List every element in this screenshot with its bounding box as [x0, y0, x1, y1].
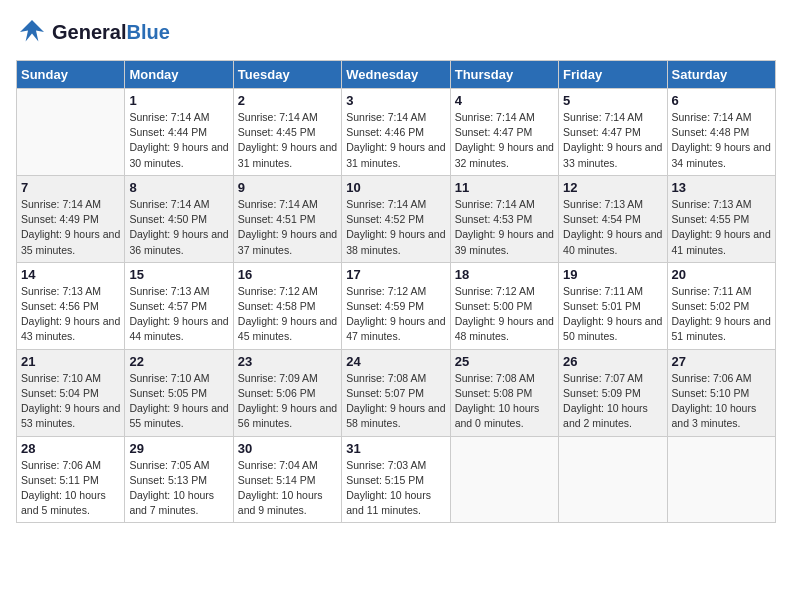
calendar-cell [559, 436, 667, 523]
day-number: 12 [563, 180, 662, 195]
calendar-table: SundayMondayTuesdayWednesdayThursdayFrid… [16, 60, 776, 523]
calendar-cell: 30Sunrise: 7:04 AMSunset: 5:14 PMDayligh… [233, 436, 341, 523]
day-info: Sunrise: 7:13 AMSunset: 4:54 PMDaylight:… [563, 197, 662, 258]
day-number: 5 [563, 93, 662, 108]
day-info: Sunrise: 7:14 AMSunset: 4:47 PMDaylight:… [563, 110, 662, 171]
day-info: Sunrise: 7:08 AMSunset: 5:08 PMDaylight:… [455, 371, 554, 432]
day-info: Sunrise: 7:10 AMSunset: 5:04 PMDaylight:… [21, 371, 120, 432]
day-number: 15 [129, 267, 228, 282]
weekday-header: Wednesday [342, 61, 450, 89]
day-info: Sunrise: 7:11 AMSunset: 5:01 PMDaylight:… [563, 284, 662, 345]
calendar-cell: 9Sunrise: 7:14 AMSunset: 4:51 PMDaylight… [233, 175, 341, 262]
calendar-cell: 2Sunrise: 7:14 AMSunset: 4:45 PMDaylight… [233, 89, 341, 176]
calendar-cell: 23Sunrise: 7:09 AMSunset: 5:06 PMDayligh… [233, 349, 341, 436]
day-info: Sunrise: 7:06 AMSunset: 5:10 PMDaylight:… [672, 371, 771, 432]
day-info: Sunrise: 7:14 AMSunset: 4:44 PMDaylight:… [129, 110, 228, 171]
day-number: 28 [21, 441, 120, 456]
calendar-cell: 29Sunrise: 7:05 AMSunset: 5:13 PMDayligh… [125, 436, 233, 523]
weekday-header: Tuesday [233, 61, 341, 89]
logo-bird-icon [16, 16, 48, 48]
calendar-cell: 11Sunrise: 7:14 AMSunset: 4:53 PMDayligh… [450, 175, 558, 262]
day-info: Sunrise: 7:14 AMSunset: 4:47 PMDaylight:… [455, 110, 554, 171]
day-info: Sunrise: 7:14 AMSunset: 4:50 PMDaylight:… [129, 197, 228, 258]
calendar-cell: 5Sunrise: 7:14 AMSunset: 4:47 PMDaylight… [559, 89, 667, 176]
day-number: 24 [346, 354, 445, 369]
calendar-cell: 4Sunrise: 7:14 AMSunset: 4:47 PMDaylight… [450, 89, 558, 176]
day-info: Sunrise: 7:03 AMSunset: 5:15 PMDaylight:… [346, 458, 445, 519]
calendar-week-row: 28Sunrise: 7:06 AMSunset: 5:11 PMDayligh… [17, 436, 776, 523]
weekday-header: Sunday [17, 61, 125, 89]
calendar-cell: 8Sunrise: 7:14 AMSunset: 4:50 PMDaylight… [125, 175, 233, 262]
day-number: 29 [129, 441, 228, 456]
calendar-cell [450, 436, 558, 523]
day-info: Sunrise: 7:08 AMSunset: 5:07 PMDaylight:… [346, 371, 445, 432]
day-info: Sunrise: 7:14 AMSunset: 4:46 PMDaylight:… [346, 110, 445, 171]
day-info: Sunrise: 7:04 AMSunset: 5:14 PMDaylight:… [238, 458, 337, 519]
calendar-week-row: 7Sunrise: 7:14 AMSunset: 4:49 PMDaylight… [17, 175, 776, 262]
day-number: 18 [455, 267, 554, 282]
weekday-header: Monday [125, 61, 233, 89]
calendar-cell: 31Sunrise: 7:03 AMSunset: 5:15 PMDayligh… [342, 436, 450, 523]
day-number: 13 [672, 180, 771, 195]
weekday-header: Friday [559, 61, 667, 89]
weekday-header: Thursday [450, 61, 558, 89]
day-number: 31 [346, 441, 445, 456]
calendar-cell: 19Sunrise: 7:11 AMSunset: 5:01 PMDayligh… [559, 262, 667, 349]
day-info: Sunrise: 7:11 AMSunset: 5:02 PMDaylight:… [672, 284, 771, 345]
calendar-cell: 6Sunrise: 7:14 AMSunset: 4:48 PMDaylight… [667, 89, 775, 176]
day-info: Sunrise: 7:12 AMSunset: 5:00 PMDaylight:… [455, 284, 554, 345]
calendar-week-row: 21Sunrise: 7:10 AMSunset: 5:04 PMDayligh… [17, 349, 776, 436]
calendar-cell: 20Sunrise: 7:11 AMSunset: 5:02 PMDayligh… [667, 262, 775, 349]
day-number: 1 [129, 93, 228, 108]
day-number: 21 [21, 354, 120, 369]
day-info: Sunrise: 7:07 AMSunset: 5:09 PMDaylight:… [563, 371, 662, 432]
day-number: 9 [238, 180, 337, 195]
calendar-cell [17, 89, 125, 176]
calendar-cell: 15Sunrise: 7:13 AMSunset: 4:57 PMDayligh… [125, 262, 233, 349]
day-number: 17 [346, 267, 445, 282]
calendar-week-row: 14Sunrise: 7:13 AMSunset: 4:56 PMDayligh… [17, 262, 776, 349]
day-number: 20 [672, 267, 771, 282]
calendar-cell: 7Sunrise: 7:14 AMSunset: 4:49 PMDaylight… [17, 175, 125, 262]
day-number: 27 [672, 354, 771, 369]
day-number: 19 [563, 267, 662, 282]
logo: GeneralBlue [16, 16, 170, 48]
day-info: Sunrise: 7:10 AMSunset: 5:05 PMDaylight:… [129, 371, 228, 432]
calendar-cell: 28Sunrise: 7:06 AMSunset: 5:11 PMDayligh… [17, 436, 125, 523]
calendar-cell: 13Sunrise: 7:13 AMSunset: 4:55 PMDayligh… [667, 175, 775, 262]
calendar-cell: 21Sunrise: 7:10 AMSunset: 5:04 PMDayligh… [17, 349, 125, 436]
day-info: Sunrise: 7:13 AMSunset: 4:55 PMDaylight:… [672, 197, 771, 258]
day-number: 4 [455, 93, 554, 108]
day-info: Sunrise: 7:14 AMSunset: 4:51 PMDaylight:… [238, 197, 337, 258]
day-info: Sunrise: 7:05 AMSunset: 5:13 PMDaylight:… [129, 458, 228, 519]
calendar-cell: 12Sunrise: 7:13 AMSunset: 4:54 PMDayligh… [559, 175, 667, 262]
day-info: Sunrise: 7:13 AMSunset: 4:56 PMDaylight:… [21, 284, 120, 345]
weekday-header: Saturday [667, 61, 775, 89]
day-info: Sunrise: 7:14 AMSunset: 4:48 PMDaylight:… [672, 110, 771, 171]
calendar-cell: 22Sunrise: 7:10 AMSunset: 5:05 PMDayligh… [125, 349, 233, 436]
logo-blue: Blue [126, 21, 169, 43]
day-info: Sunrise: 7:14 AMSunset: 4:53 PMDaylight:… [455, 197, 554, 258]
calendar-cell: 1Sunrise: 7:14 AMSunset: 4:44 PMDaylight… [125, 89, 233, 176]
day-info: Sunrise: 7:06 AMSunset: 5:11 PMDaylight:… [21, 458, 120, 519]
calendar-cell: 16Sunrise: 7:12 AMSunset: 4:58 PMDayligh… [233, 262, 341, 349]
day-number: 10 [346, 180, 445, 195]
day-number: 14 [21, 267, 120, 282]
day-number: 30 [238, 441, 337, 456]
logo-general: General [52, 21, 126, 43]
calendar-cell: 18Sunrise: 7:12 AMSunset: 5:00 PMDayligh… [450, 262, 558, 349]
calendar-cell: 24Sunrise: 7:08 AMSunset: 5:07 PMDayligh… [342, 349, 450, 436]
day-number: 7 [21, 180, 120, 195]
day-number: 25 [455, 354, 554, 369]
day-info: Sunrise: 7:12 AMSunset: 4:59 PMDaylight:… [346, 284, 445, 345]
day-number: 6 [672, 93, 771, 108]
calendar-cell: 17Sunrise: 7:12 AMSunset: 4:59 PMDayligh… [342, 262, 450, 349]
svg-marker-0 [20, 20, 44, 42]
calendar-week-row: 1Sunrise: 7:14 AMSunset: 4:44 PMDaylight… [17, 89, 776, 176]
day-number: 16 [238, 267, 337, 282]
calendar-cell [667, 436, 775, 523]
day-number: 22 [129, 354, 228, 369]
day-info: Sunrise: 7:09 AMSunset: 5:06 PMDaylight:… [238, 371, 337, 432]
calendar-header-row: SundayMondayTuesdayWednesdayThursdayFrid… [17, 61, 776, 89]
day-info: Sunrise: 7:12 AMSunset: 4:58 PMDaylight:… [238, 284, 337, 345]
